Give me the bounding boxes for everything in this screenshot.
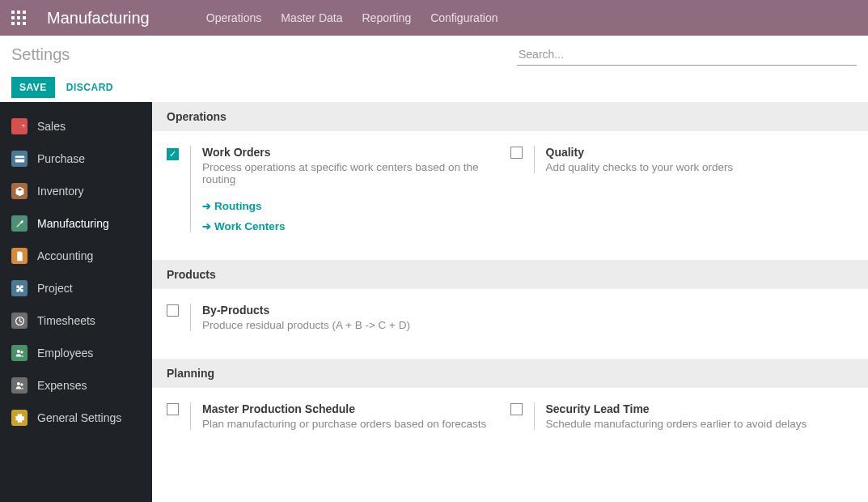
main: Sales Purchase Inventory Manufacturing A… — [0, 102, 868, 502]
puzzle-icon — [11, 280, 28, 296]
people-icon — [11, 345, 28, 361]
navbar-menu-operations[interactable]: Operations — [206, 11, 261, 24]
document-icon — [11, 248, 28, 264]
svg-point-4 — [20, 351, 23, 353]
card-icon — [11, 151, 28, 167]
setting-title: Security Lead Time — [546, 402, 807, 415]
toolbar: Settings — [0, 36, 868, 73]
sidebar-item-label: Accounting — [37, 249, 93, 262]
sidebar-item-label: Timesheets — [37, 314, 95, 327]
setting-check — [167, 402, 179, 418]
sidebar-item-label: Expenses — [37, 379, 87, 392]
setting-title: Work Orders — [202, 146, 510, 159]
checkbox-mps[interactable] — [167, 403, 179, 415]
setting-security-lead: Security Lead Time Schedule manufacturin… — [510, 402, 854, 443]
navbar-menu-reporting[interactable]: Reporting — [362, 11, 411, 24]
setting-desc: Produce residual products (A + B -> C + … — [202, 319, 410, 331]
setting-check — [510, 146, 523, 161]
setting-content: By-Products Produce residual products (A… — [190, 304, 410, 331]
wrench-icon — [11, 215, 28, 232]
setting-content: Quality Add quality checks to your work … — [534, 146, 734, 173]
search-wrap — [517, 44, 857, 66]
svg-point-6 — [20, 383, 23, 385]
search-input[interactable] — [517, 44, 857, 66]
sidebar-item-expenses[interactable]: Expenses — [0, 369, 152, 402]
svg-point-3 — [16, 350, 19, 353]
navbar-menu: Operations Master Data Reporting Configu… — [206, 11, 498, 24]
checkbox-by-products[interactable] — [167, 304, 179, 317]
setting-check — [167, 146, 179, 160]
sidebar-item-label: Sales — [37, 120, 66, 133]
discard-button[interactable]: DISCARD — [66, 77, 113, 98]
content: Operations Work Orders Process operation… — [152, 102, 868, 502]
link-work-centers[interactable]: ➔Work Centers — [202, 220, 510, 232]
box-icon — [11, 183, 28, 199]
chart-icon — [11, 118, 28, 134]
section-header-operations: Operations — [152, 102, 868, 131]
setting-quality: Quality Add quality checks to your work … — [510, 146, 854, 245]
checkbox-security-lead[interactable] — [510, 403, 523, 415]
setting-title: Quality — [546, 146, 734, 159]
sidebar-item-manufacturing[interactable]: Manufacturing — [0, 207, 152, 240]
sidebar-item-purchase[interactable]: Purchase — [0, 143, 152, 175]
section-body-operations: Work Orders Process operations at specif… — [152, 131, 868, 260]
navbar: Manufacturing Operations Master Data Rep… — [0, 0, 868, 36]
sidebar-item-inventory[interactable]: Inventory — [0, 175, 152, 207]
page-title: Settings — [11, 45, 70, 64]
setting-check — [167, 304, 179, 319]
navbar-menu-configuration[interactable]: Configuration — [430, 11, 498, 24]
actionbar: SAVE DISCARD — [0, 73, 868, 102]
setting-desc: Process operations at specific work cent… — [202, 161, 510, 185]
sidebar-item-timesheets[interactable]: Timesheets — [0, 304, 152, 337]
checkbox-quality[interactable] — [510, 147, 523, 159]
sidebar-item-accounting[interactable]: Accounting — [0, 240, 152, 272]
sidebar-item-label: Inventory — [37, 185, 84, 198]
sidebar-item-label: Project — [37, 282, 73, 295]
arrow-right-icon: ➔ — [202, 200, 211, 212]
setting-content: Work Orders Process operations at specif… — [190, 146, 510, 232]
arrow-right-icon: ➔ — [202, 220, 211, 232]
app-title[interactable]: Manufacturing — [47, 9, 150, 28]
gear-icon — [11, 410, 28, 426]
sidebar-item-label: Purchase — [37, 152, 85, 165]
section-body-products: By-Products Produce residual products (A… — [152, 289, 868, 359]
checkbox-work-orders[interactable] — [167, 148, 179, 160]
setting-content: Master Production Schedule Plan manufact… — [190, 402, 486, 430]
setting-mps: Master Production Schedule Plan manufact… — [167, 402, 510, 443]
setting-desc: Plan manufacturing or purchase orders ba… — [202, 418, 486, 430]
svg-point-5 — [16, 382, 19, 385]
sidebar: Sales Purchase Inventory Manufacturing A… — [0, 102, 152, 502]
link-routings[interactable]: ➔Routings — [202, 200, 510, 212]
setting-title: Master Production Schedule — [202, 402, 486, 415]
setting-content: Security Lead Time Schedule manufacturin… — [534, 402, 807, 430]
sidebar-item-employees[interactable]: Employees — [0, 337, 152, 369]
sidebar-item-label: Manufacturing — [37, 217, 109, 230]
sidebar-item-general-settings[interactable]: General Settings — [0, 402, 152, 434]
sidebar-item-label: General Settings — [37, 411, 121, 424]
setting-desc: Add quality checks to your work orders — [546, 161, 734, 173]
sidebar-item-project[interactable]: Project — [0, 272, 152, 304]
sidebar-item-sales[interactable]: Sales — [0, 110, 152, 143]
sidebar-item-label: Employees — [37, 347, 93, 359]
setting-title: By-Products — [202, 304, 410, 317]
link-label: Work Centers — [214, 220, 286, 232]
setting-links: ➔Routings ➔Work Centers — [202, 200, 510, 232]
svg-rect-1 — [15, 157, 23, 159]
clock-icon — [11, 313, 28, 329]
setting-check — [510, 402, 523, 418]
people-icon — [11, 377, 28, 394]
apps-icon[interactable] — [11, 11, 26, 25]
setting-work-orders: Work Orders Process operations at specif… — [167, 146, 510, 245]
section-header-products: Products — [152, 260, 868, 289]
section-body-planning: Master Production Schedule Plan manufact… — [152, 388, 868, 457]
navbar-menu-master-data[interactable]: Master Data — [281, 11, 342, 24]
setting-by-products: By-Products Produce residual products (A… — [167, 304, 510, 344]
setting-desc: Schedule manufacturing orders earlier to… — [546, 418, 807, 430]
section-header-planning: Planning — [152, 359, 868, 388]
link-label: Routings — [214, 200, 262, 212]
save-button[interactable]: SAVE — [11, 77, 55, 98]
